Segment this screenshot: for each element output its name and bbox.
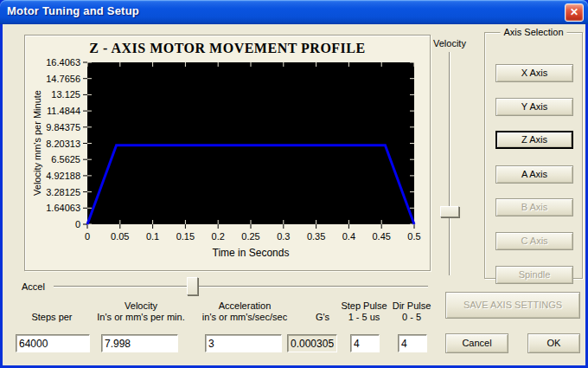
c-axis-button: C Axis <box>495 232 573 250</box>
close-button[interactable]: ✕ <box>565 3 584 22</box>
svg-text:0.15: 0.15 <box>176 231 195 242</box>
svg-text:0.25: 0.25 <box>241 231 259 242</box>
svg-text:0.5: 0.5 <box>407 231 420 242</box>
velocity-profile-plot: 00.050.10.150.20.250.30.350.40.450.501.6… <box>25 36 431 272</box>
svg-text:6.5625: 6.5625 <box>51 154 80 165</box>
svg-text:14.7656: 14.7656 <box>46 74 80 84</box>
accel-slider-label: Accel <box>22 281 45 292</box>
svg-text:0.2: 0.2 <box>212 231 225 242</box>
gs-value-field <box>287 334 337 352</box>
step-pulse-input[interactable] <box>350 334 380 352</box>
spindle-button: Spindle <box>495 266 573 284</box>
axis-selection-title: Axis Selection <box>500 27 566 37</box>
accel-slider[interactable] <box>52 275 432 298</box>
svg-text:4.92188: 4.92188 <box>46 171 80 181</box>
title-bar: Motor Tuning and Setup ✕ <box>0 0 588 24</box>
svg-text:0.05: 0.05 <box>111 231 129 242</box>
motor-tuning-dialog: Motor Tuning and Setup ✕ Z - AXIS MOTOR … <box>0 0 588 368</box>
velocity-slider-label: Velocity <box>433 38 466 48</box>
dir-pulse-input[interactable] <box>398 334 427 352</box>
accel-slider-track[interactable] <box>54 286 428 287</box>
velocity-slider-track[interactable] <box>449 52 451 275</box>
accel-slider-thumb[interactable] <box>187 277 198 295</box>
acceleration-input[interactable] <box>205 334 282 352</box>
window-title: Motor Tuning and Setup <box>7 4 139 17</box>
svg-text:0: 0 <box>75 219 80 229</box>
y-axis-button[interactable]: Y Axis <box>495 98 573 116</box>
dir-pulse-label: Dir Pulse0 - 5 <box>393 300 431 323</box>
steps-per-input[interactable] <box>16 334 90 352</box>
velocity-slider[interactable] <box>439 52 460 275</box>
svg-text:9.84375: 9.84375 <box>46 122 80 132</box>
motor-profile-chart-panel: Z - AXIS MOTOR MOVEMENT PROFILE Velocity… <box>24 35 431 271</box>
x-axis-button[interactable]: X Axis <box>495 64 573 82</box>
steps-per-label: Steps per <box>31 312 72 323</box>
velocity-slider-thumb[interactable] <box>440 206 459 217</box>
svg-text:0: 0 <box>85 231 90 242</box>
y-axis-tick-labels: 01.640633.281254.921886.56258.203139.843… <box>46 57 80 229</box>
axis-selection-group: Axis Selection X Axis Y Axis Z Axis A Ax… <box>484 32 583 279</box>
dialog-body: Z - AXIS MOTOR MOVEMENT PROFILE Velocity… <box>3 24 585 365</box>
svg-text:11.4844: 11.4844 <box>47 106 80 116</box>
x-axis-title: Time in Seconds <box>213 247 290 259</box>
svg-text:0.4: 0.4 <box>342 231 355 242</box>
x-axis-tick-labels: 00.050.10.150.20.250.30.350.40.450.5 <box>85 231 421 242</box>
svg-text:0.35: 0.35 <box>307 231 325 242</box>
gs-label: G's <box>316 312 329 323</box>
acceleration-field-label: Accelerationin's or mm's/sec/sec <box>202 300 287 323</box>
svg-text:0.45: 0.45 <box>372 231 390 242</box>
ok-button[interactable]: OK <box>527 333 580 353</box>
a-axis-button[interactable]: A Axis <box>495 165 573 184</box>
save-axis-settings-button: SAVE AXIS SETTINGS <box>445 292 580 319</box>
svg-text:0.3: 0.3 <box>277 231 290 242</box>
close-icon: ✕ <box>570 6 578 18</box>
svg-text:16.4063: 16.4063 <box>46 57 80 68</box>
step-pulse-label: Step Pulse1 - 5 us <box>341 300 387 323</box>
velocity-field-label: VelocityIn's or mm's per min. <box>97 300 184 323</box>
b-axis-button: B Axis <box>495 198 573 216</box>
svg-text:8.20313: 8.20313 <box>46 139 80 149</box>
svg-text:3.28125: 3.28125 <box>46 187 80 197</box>
svg-text:0.1: 0.1 <box>146 231 159 242</box>
z-axis-button[interactable]: Z Axis <box>495 131 573 149</box>
svg-text:13.125: 13.125 <box>51 89 80 100</box>
plot-area <box>87 62 414 224</box>
svg-text:1.64063: 1.64063 <box>46 203 80 213</box>
velocity-input[interactable] <box>101 334 178 352</box>
cancel-button[interactable]: Cancel <box>445 333 508 353</box>
